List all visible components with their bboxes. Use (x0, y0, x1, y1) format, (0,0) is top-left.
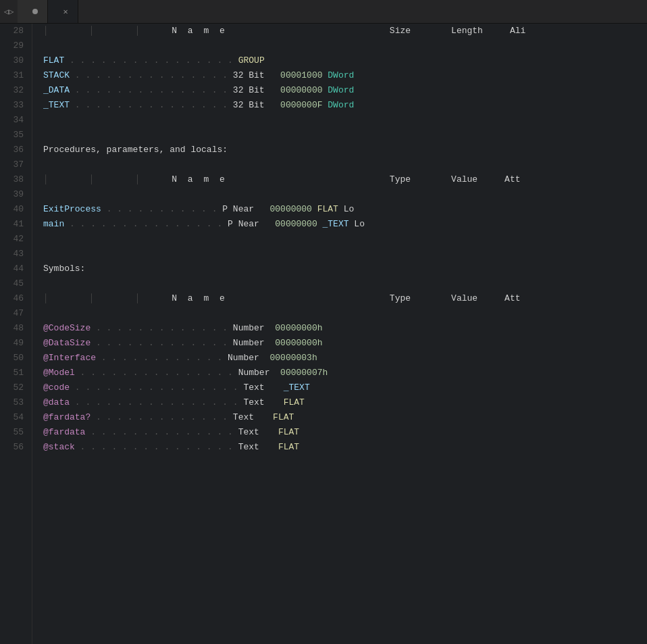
dots: . . . . . . . . . . . . . . . (64, 217, 228, 232)
pipe-icon: │ (135, 172, 140, 187)
dots: . . . . . . . . . . . . (96, 351, 228, 366)
code-line-51: @Model . . . . . . . . . . . . . . . Num… (43, 366, 647, 380)
model-val: 00000007h (280, 366, 328, 380)
datasize-val: 00000000h (275, 336, 322, 351)
dots: . . . . . . . . . . . . . . . (70, 83, 233, 98)
interface-val: 00000003h (269, 351, 317, 366)
code-line-49: @DataSize . . . . . . . . . . . . . Numb… (43, 336, 647, 351)
datasize-type: Number (233, 336, 265, 351)
dots: . . . . . . . . . . . . . (90, 336, 233, 351)
code-line-36: Procedures, parameters, and locals: (43, 143, 647, 157)
line-num-38: 38 (0, 172, 24, 187)
dots: . . . . . . . . . . . . . . . (70, 98, 233, 113)
stack-align: DWord (328, 68, 354, 83)
data-size: 32 Bit (233, 83, 265, 98)
editor: 28 29 30 31 32 33 34 35 36 37 38 39 40 4… (0, 24, 647, 644)
model-label: @Model (43, 366, 75, 380)
codesize-val: 00000000h (275, 321, 322, 336)
stack-length: 00001000 (280, 68, 322, 83)
code-line-43 (43, 247, 647, 262)
line-num-55: 55 (0, 425, 24, 440)
line-num-41: 41 (0, 217, 24, 232)
header-size: Size (390, 24, 411, 39)
main-label: main (43, 217, 64, 232)
text-length: 0000000F (280, 98, 322, 113)
code-sym-label: @code (43, 380, 70, 395)
code-line-39 (43, 187, 647, 202)
dots: . . . . . . . . . . . . . . . (70, 68, 233, 83)
dots: . . . . . . . . . . . . . . . . (70, 380, 243, 395)
exitprocess-val: 00000000 (269, 202, 311, 217)
nav-arrows[interactable]: ◁ ▷ (0, 7, 18, 17)
tab-untitled[interactable] (18, 0, 48, 23)
line-num-46: 46 (0, 291, 24, 306)
fardata-val: FLAT (278, 425, 299, 440)
code-line-44: Symbols: (43, 262, 647, 276)
header2-attr: Att (504, 172, 520, 187)
text-align: DWord (328, 98, 354, 113)
dots: . . . . . . . . . . . . . . . (75, 366, 238, 380)
main-seg: _TEXT (323, 217, 349, 232)
line-num-33: 33 (0, 98, 24, 113)
line-num-44: 44 (0, 262, 24, 276)
flat-label: FLAT (43, 53, 64, 68)
line-num-56: 56 (0, 440, 24, 455)
header-align: Ali (510, 24, 525, 39)
data-length: 00000000 (280, 83, 322, 98)
line-num-40: 40 (0, 202, 24, 217)
dots: . . . . . . . . . . . . . . . . (64, 53, 238, 68)
codesize-type: Number (233, 321, 265, 336)
header2-type: Type (390, 172, 411, 187)
line-num-48: 48 (0, 321, 24, 336)
line-num-45: 45 (0, 276, 24, 291)
stack-label: STACK (43, 68, 70, 83)
code-line-48: @CodeSize . . . . . . . . . . . . . Numb… (43, 321, 647, 336)
right-arrow-icon[interactable]: ▷ (9, 7, 14, 17)
code-line-41: main . . . . . . . . . . . . . . . P Nea… (43, 217, 647, 232)
close-icon[interactable]: ✕ (63, 7, 68, 17)
tab-assembly1[interactable]: ✕ (48, 0, 78, 23)
interface-type: Number (228, 351, 259, 366)
dots: . . . . . . . . . . . . . (90, 321, 233, 336)
fardata-q-type: Text (233, 410, 254, 425)
code-line-35 (43, 128, 647, 143)
line-num-34: 34 (0, 113, 24, 128)
stack-size: 32 Bit (233, 68, 265, 83)
pipe-icon: │ (89, 291, 95, 306)
header3-attr: Att (504, 291, 520, 306)
interface-label: @Interface (43, 351, 96, 366)
code-sym-type: Text (243, 380, 264, 395)
procedures-text: Procedures, parameters, and locals: (43, 143, 228, 157)
main-ptype: P Near (228, 217, 259, 232)
header3-value: Value (451, 291, 477, 306)
main-attr: Lo (354, 217, 365, 232)
code-line-56: @stack . . . . . . . . . . . . . . . Tex… (43, 440, 647, 455)
line-num-28: 28 (0, 24, 24, 39)
code-line-50: @Interface . . . . . . . . . . . . Numbe… (43, 351, 647, 366)
code-line-32: _DATA . . . . . . . . . . . . . . . 32 B… (43, 83, 647, 98)
line-num-52: 52 (0, 380, 24, 395)
code-content[interactable]: │ │ │ N a m e Size Length Ali FLAT . . .… (32, 24, 647, 644)
main-val: 00000000 (275, 217, 317, 232)
code-line-53: @data . . . . . . . . . . . . . . . . Te… (43, 395, 647, 410)
header-name: N a m e (172, 24, 228, 39)
code-line-30: FLAT . . . . . . . . . . . . . . . . GRO… (43, 53, 647, 68)
line-num-49: 49 (0, 336, 24, 351)
line-num-42: 42 (0, 232, 24, 247)
line-num-29: 29 (0, 39, 24, 53)
pipe-icon: │ (89, 172, 95, 187)
line-num-50: 50 (0, 351, 24, 366)
header3-name: N a m e (172, 291, 228, 306)
pipe-icon: │ (135, 291, 140, 306)
left-arrow-icon[interactable]: ◁ (4, 7, 9, 17)
code-line-33: _TEXT . . . . . . . . . . . . . . . 32 B… (43, 98, 647, 113)
stack-sym-val: FLAT (278, 440, 299, 455)
code-line-54: @fardata? . . . . . . . . . . . . . Text… (43, 410, 647, 425)
header2-name: N a m e (172, 172, 228, 187)
line-num-54: 54 (0, 410, 24, 425)
code-line-34 (43, 113, 647, 128)
code-line-47 (43, 306, 647, 321)
exitprocess-attr: Lo (344, 202, 355, 217)
model-type: Number (238, 366, 270, 380)
pipe-icon: │ (89, 24, 95, 39)
